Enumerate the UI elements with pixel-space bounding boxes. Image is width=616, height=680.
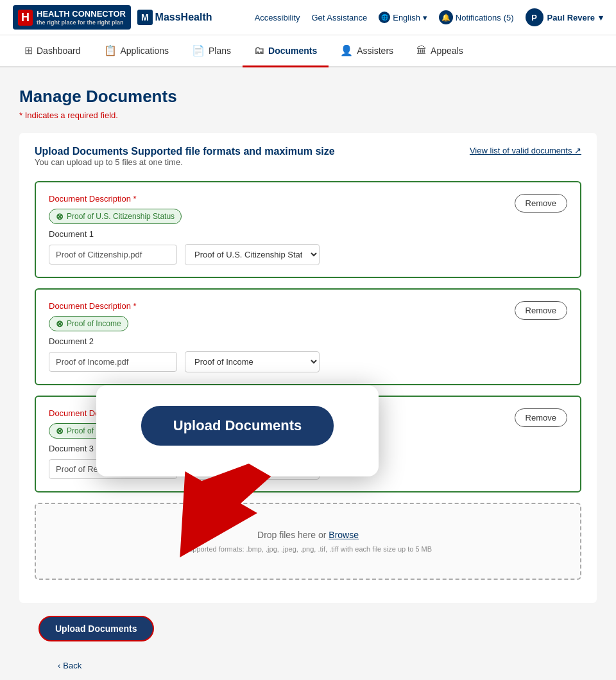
chevron-down-icon: ▾: [423, 13, 427, 22]
back-label: Back: [63, 661, 81, 670]
top-header: H HEALTH CONNECTOR the right place for t…: [0, 0, 616, 35]
doc-2-file-input[interactable]: [49, 352, 177, 372]
appeals-icon: 🏛: [416, 45, 427, 57]
nav-label-assisters: Assisters: [357, 46, 393, 56]
header-right: Accessibility Get Assistance 🌐 English ▾…: [255, 8, 603, 26]
upload-documents-button-bottom[interactable]: Upload Documents: [38, 616, 154, 641]
main-nav: ⊞ Dashboard 📋 Applications 📄 Plans 🗂 Doc…: [0, 35, 616, 67]
doc-2-badge: ⊗ Proof of Income: [49, 316, 128, 331]
nav-label-documents: Documents: [268, 46, 317, 56]
bell-icon: 🔔: [439, 10, 453, 24]
doc-1-badge: ⊗ Proof of U.S. Citizenship Status: [49, 209, 182, 224]
documents-icon: 🗂: [254, 45, 264, 57]
nav-label-appeals: Appeals: [431, 46, 463, 56]
accessibility-link[interactable]: Accessibility: [255, 13, 300, 22]
drop-zone-formats: Supported formats: .bmp, .jpg, .jpeg, .p…: [62, 545, 554, 553]
upload-section: Upload Documents Supported file formats …: [19, 133, 597, 603]
logo-subtitle: the right place for the right plan: [37, 19, 126, 26]
browse-link[interactable]: Browse: [329, 530, 359, 540]
doc-2-remove-button[interactable]: Remove: [515, 301, 567, 320]
logo-h-letter: H: [18, 10, 33, 26]
upload-header: Upload Documents Supported file formats …: [35, 146, 581, 179]
globe-icon: 🌐: [379, 12, 390, 23]
user-name: Paul Revere: [547, 13, 595, 22]
doc-2-fields: Proof of U.S. Citizenship Status Proof o…: [49, 351, 515, 372]
doc-2-select[interactable]: Proof of U.S. Citizenship Status Proof o…: [185, 351, 320, 372]
upload-subtitle: You can upload up to 5 files at one time…: [35, 157, 335, 167]
doc-1-desc-label: Document Description *: [49, 194, 515, 204]
page-content: Manage Documents * Indicates a required …: [0, 67, 616, 680]
nav-label-applications: Applications: [121, 46, 169, 56]
user-menu-button[interactable]: P Paul Revere ▾: [526, 8, 603, 26]
mass-icon: M: [137, 10, 153, 25]
drop-zone-text: Drop files here or: [257, 530, 329, 540]
document-card-1: Document Description * ⊗ Proof of U.S. C…: [35, 181, 581, 278]
required-asterisk: *: [19, 110, 25, 120]
back-arrow-icon: ‹: [58, 661, 60, 670]
view-list-link[interactable]: View list of valid documents ↗: [470, 146, 581, 155]
doc-2-desc-label: Document Description *: [49, 301, 515, 311]
plans-icon: 📄: [192, 44, 205, 57]
upload-documents-button-popup[interactable]: Upload Documents: [141, 406, 334, 446]
nav-label-dashboard: Dashboard: [37, 46, 81, 56]
logo-area: H HEALTH CONNECTOR the right place for t…: [13, 5, 212, 30]
doc-1-remove-button[interactable]: Remove: [515, 194, 567, 213]
sidebar-item-dashboard[interactable]: ⊞ Dashboard: [13, 35, 92, 67]
doc-1-fields: Proof of U.S. Citizenship Status Proof o…: [49, 244, 515, 265]
upload-title: Upload Documents: [35, 146, 128, 157]
doc-1-required-star: *: [133, 194, 137, 204]
chevron-down-icon: ▾: [599, 13, 603, 22]
doc-3-badge-remove[interactable]: ⊗: [56, 426, 64, 436]
sidebar-item-plans[interactable]: 📄 Plans: [180, 35, 243, 67]
avatar: P: [526, 8, 543, 26]
upload-formats-link[interactable]: Supported file formats and maximum size: [131, 146, 334, 157]
doc-2-badge-remove[interactable]: ⊗: [56, 318, 64, 329]
required-note: * Indicates a required field.: [19, 110, 597, 120]
bottom-bar: Upload Documents: [19, 603, 597, 654]
upload-popup: Upload Documents: [96, 385, 379, 476]
document-card-2: Document Description * ⊗ Proof of Income…: [35, 288, 581, 385]
mass-label: MassHealth: [155, 12, 212, 23]
doc-2-label: Document 2: [49, 336, 515, 346]
get-assistance-link[interactable]: Get Assistance: [312, 13, 368, 22]
doc-1-badge-remove[interactable]: ⊗: [56, 211, 64, 222]
notifications-label: Notifications: [456, 13, 501, 22]
masshealth-logo: M MassHealth: [137, 10, 212, 25]
nav-label-plans: Plans: [209, 46, 231, 56]
doc-1-file-input[interactable]: [49, 245, 177, 265]
notifications-count: (5): [504, 13, 514, 22]
doc-1-select[interactable]: Proof of U.S. Citizenship Status Proof o…: [185, 244, 320, 265]
doc-3-remove-button[interactable]: Remove: [515, 408, 567, 427]
applications-icon: 📋: [104, 44, 117, 57]
doc-1-label: Document 1: [49, 229, 515, 239]
page-title: Manage Documents: [19, 87, 597, 107]
dashboard-icon: ⊞: [24, 44, 33, 57]
doc-2-required-star: *: [133, 301, 137, 311]
back-link[interactable]: ‹ Back: [38, 654, 578, 677]
sidebar-item-appeals[interactable]: 🏛 Appeals: [405, 35, 475, 67]
health-connector-logo: H HEALTH CONNECTOR the right place for t…: [13, 5, 131, 30]
notifications-button[interactable]: 🔔 Notifications (5): [439, 10, 514, 24]
logo-title: HEALTH CONNECTOR: [37, 9, 126, 19]
drop-zone[interactable]: Drop files here or Browse Supported form…: [35, 503, 581, 580]
sidebar-item-applications[interactable]: 📋 Applications: [92, 35, 181, 67]
sidebar-item-documents[interactable]: 🗂 Documents: [243, 35, 329, 67]
language-label: English: [393, 13, 420, 22]
language-button[interactable]: 🌐 English ▾: [379, 12, 427, 23]
assisters-icon: 👤: [340, 44, 353, 57]
sidebar-item-assisters[interactable]: 👤 Assisters: [329, 35, 405, 67]
